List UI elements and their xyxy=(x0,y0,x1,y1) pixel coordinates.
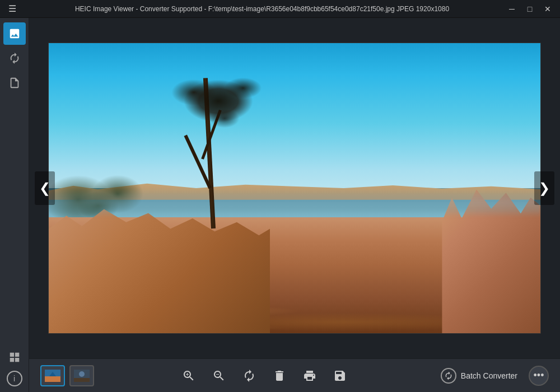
refresh-icon xyxy=(444,371,453,380)
tree-canopy xyxy=(157,58,280,144)
windows-icon xyxy=(8,351,21,363)
minimize-button[interactable]: ─ xyxy=(504,3,520,15)
titlebar: ☰ HEIC Image Viewer - Converter Supporte… xyxy=(0,0,560,18)
toolbar-right: Batch Converter ••• xyxy=(435,365,549,387)
sidebar: i xyxy=(0,18,29,392)
maximize-button[interactable]: □ xyxy=(522,3,538,15)
image-scene xyxy=(49,43,540,333)
window-controls: ─ □ ✕ xyxy=(504,3,556,15)
sidebar-item-file[interactable] xyxy=(3,72,26,94)
more-icon: ••• xyxy=(534,370,544,381)
next-button[interactable]: ❯ xyxy=(534,171,554,205)
toolbar-thumbnails xyxy=(40,365,94,386)
prev-button[interactable]: ❮ xyxy=(35,171,55,205)
thumb1-icon xyxy=(45,370,60,382)
sidebar-item-windows[interactable] xyxy=(3,346,26,368)
zoom-out-button[interactable] xyxy=(208,365,230,386)
svg-point-4 xyxy=(79,371,85,377)
svg-rect-1 xyxy=(45,376,60,382)
zoom-in-icon xyxy=(182,369,195,382)
more-options-button[interactable]: ••• xyxy=(529,366,549,386)
thumbnail-1[interactable] xyxy=(40,365,65,386)
toolbar-tools xyxy=(100,365,430,386)
zoom-out-icon xyxy=(212,369,226,382)
batch-converter-icon xyxy=(441,368,456,384)
save-icon xyxy=(333,369,347,382)
content-area: ❮ xyxy=(29,18,560,392)
zoom-in-button[interactable] xyxy=(178,365,199,386)
menu-button[interactable]: ☰ xyxy=(4,3,20,15)
batch-converter-button[interactable]: Batch Converter xyxy=(435,365,523,387)
print-icon xyxy=(303,369,316,382)
menu-icon: ☰ xyxy=(8,3,16,14)
thumb2-icon xyxy=(74,370,90,382)
thumbnail-2[interactable] xyxy=(69,365,94,386)
sidebar-item-rotate[interactable] xyxy=(3,47,26,69)
motion-blur-layer xyxy=(49,188,540,217)
image-icon xyxy=(8,27,21,40)
main-layout: i ❮ xyxy=(0,18,560,392)
sidebar-item-info[interactable]: i xyxy=(7,371,22,386)
window-title: HEIC Image Viewer - Converter Supported … xyxy=(20,5,504,13)
rotate-tool-icon xyxy=(242,369,256,382)
rotate-icon xyxy=(8,52,21,64)
delete-icon xyxy=(273,369,286,382)
image-display xyxy=(48,43,541,334)
file-icon xyxy=(8,77,21,89)
image-viewer: ❮ xyxy=(29,18,560,358)
save-button[interactable] xyxy=(329,365,351,386)
print-button[interactable] xyxy=(299,365,320,386)
sidebar-item-image[interactable] xyxy=(3,22,26,45)
bottom-toolbar: Batch Converter ••• xyxy=(29,358,560,392)
info-icon: i xyxy=(13,374,15,383)
close-button[interactable]: ✕ xyxy=(540,3,556,15)
delete-button[interactable] xyxy=(269,365,290,386)
rotate-tool-button[interactable] xyxy=(239,365,260,386)
svg-rect-5 xyxy=(74,378,90,382)
batch-converter-label: Batch Converter xyxy=(461,371,517,380)
